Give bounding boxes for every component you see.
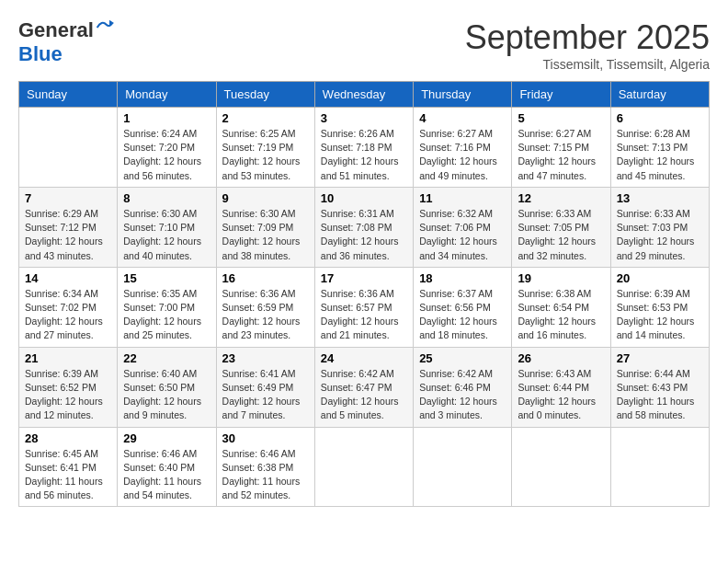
day-info: Sunrise: 6:31 AMSunset: 7:08 PMDaylight:… [321, 207, 407, 263]
calendar-cell: 20Sunrise: 6:39 AMSunset: 6:53 PMDayligh… [610, 267, 709, 347]
day-info: Sunrise: 6:32 AMSunset: 7:06 PMDaylight:… [419, 207, 506, 263]
day-info: Sunrise: 6:34 AMSunset: 7:02 PMDaylight:… [25, 287, 111, 343]
day-info: Sunrise: 6:29 AMSunset: 7:12 PMDaylight:… [25, 207, 111, 263]
calendar-header: SundayMondayTuesdayWednesdayThursdayFrid… [19, 82, 710, 108]
logo-blue-text: Blue [18, 42, 63, 66]
day-number: 4 [419, 111, 506, 125]
calendar-cell: 9Sunrise: 6:30 AMSunset: 7:09 PMDaylight… [216, 187, 314, 267]
calendar-cell: 8Sunrise: 6:30 AMSunset: 7:10 PMDaylight… [118, 187, 216, 267]
calendar-cell: 25Sunrise: 6:42 AMSunset: 6:46 PMDayligh… [414, 347, 512, 427]
calendar-table: SundayMondayTuesdayWednesdayThursdayFrid… [18, 81, 710, 507]
calendar-cell: 7Sunrise: 6:29 AMSunset: 7:12 PMDaylight… [19, 187, 118, 267]
calendar-cell [512, 427, 610, 507]
day-header-tuesday: Tuesday [216, 82, 314, 108]
calendar-cell: 4Sunrise: 6:27 AMSunset: 7:16 PMDaylight… [414, 108, 512, 188]
calendar-cell: 11Sunrise: 6:32 AMSunset: 7:06 PMDayligh… [414, 187, 512, 267]
day-info: Sunrise: 6:27 AMSunset: 7:16 PMDaylight:… [419, 127, 506, 183]
day-number: 5 [518, 111, 604, 125]
day-info: Sunrise: 6:24 AMSunset: 7:20 PMDaylight:… [123, 127, 210, 183]
day-number: 19 [518, 271, 604, 285]
calendar-cell: 19Sunrise: 6:38 AMSunset: 6:54 PMDayligh… [512, 267, 610, 347]
day-info: Sunrise: 6:36 AMSunset: 6:59 PMDaylight:… [222, 287, 309, 343]
week-row-2: 7Sunrise: 6:29 AMSunset: 7:12 PMDaylight… [19, 187, 710, 267]
day-number: 17 [321, 271, 407, 285]
day-info: Sunrise: 6:38 AMSunset: 6:54 PMDaylight:… [518, 287, 604, 343]
day-number: 7 [25, 191, 111, 205]
day-number: 22 [123, 351, 210, 365]
calendar-cell: 17Sunrise: 6:36 AMSunset: 6:57 PMDayligh… [314, 267, 413, 347]
day-info: Sunrise: 6:45 AMSunset: 6:41 PMDaylight:… [25, 447, 111, 503]
day-number: 28 [25, 431, 111, 445]
calendar-cell: 3Sunrise: 6:26 AMSunset: 7:18 PMDaylight… [314, 108, 413, 188]
calendar-cell: 10Sunrise: 6:31 AMSunset: 7:08 PMDayligh… [314, 187, 413, 267]
calendar-cell: 15Sunrise: 6:35 AMSunset: 7:00 PMDayligh… [118, 267, 216, 347]
day-number: 24 [321, 351, 407, 365]
week-row-1: 1Sunrise: 6:24 AMSunset: 7:20 PMDaylight… [19, 108, 710, 188]
day-info: Sunrise: 6:30 AMSunset: 7:09 PMDaylight:… [222, 207, 309, 263]
day-number: 20 [617, 271, 703, 285]
day-header-sunday: Sunday [19, 82, 118, 108]
day-number: 11 [419, 191, 506, 205]
calendar-cell: 21Sunrise: 6:39 AMSunset: 6:52 PMDayligh… [19, 347, 118, 427]
day-info: Sunrise: 6:35 AMSunset: 7:00 PMDaylight:… [123, 287, 210, 343]
day-number: 25 [419, 351, 506, 365]
day-info: Sunrise: 6:39 AMSunset: 6:52 PMDaylight:… [25, 367, 111, 423]
day-number: 30 [222, 431, 309, 445]
calendar-cell: 16Sunrise: 6:36 AMSunset: 6:59 PMDayligh… [216, 267, 314, 347]
day-number: 16 [222, 271, 309, 285]
day-number: 13 [617, 191, 703, 205]
calendar-cell: 6Sunrise: 6:28 AMSunset: 7:13 PMDaylight… [610, 108, 709, 188]
day-info: Sunrise: 6:36 AMSunset: 6:57 PMDaylight:… [321, 287, 407, 343]
day-number: 15 [123, 271, 210, 285]
day-info: Sunrise: 6:41 AMSunset: 6:49 PMDaylight:… [222, 367, 309, 423]
day-number: 23 [222, 351, 309, 365]
day-info: Sunrise: 6:46 AMSunset: 6:40 PMDaylight:… [123, 447, 210, 503]
calendar-cell: 13Sunrise: 6:33 AMSunset: 7:03 PMDayligh… [610, 187, 709, 267]
day-info: Sunrise: 6:25 AMSunset: 7:19 PMDaylight:… [222, 127, 309, 183]
calendar-cell: 18Sunrise: 6:37 AMSunset: 6:56 PMDayligh… [414, 267, 512, 347]
day-number: 9 [222, 191, 309, 205]
day-info: Sunrise: 6:27 AMSunset: 7:15 PMDaylight:… [518, 127, 604, 183]
day-number: 2 [222, 111, 309, 125]
day-number: 3 [321, 111, 407, 125]
day-number: 26 [518, 351, 604, 365]
calendar-cell: 5Sunrise: 6:27 AMSunset: 7:15 PMDaylight… [512, 108, 610, 188]
calendar-cell [610, 427, 709, 507]
day-header-thursday: Thursday [414, 82, 512, 108]
day-info: Sunrise: 6:26 AMSunset: 7:18 PMDaylight:… [321, 127, 407, 183]
calendar-cell: 1Sunrise: 6:24 AMSunset: 7:20 PMDaylight… [118, 108, 216, 188]
day-info: Sunrise: 6:42 AMSunset: 6:46 PMDaylight:… [419, 367, 506, 423]
week-row-3: 14Sunrise: 6:34 AMSunset: 7:02 PMDayligh… [19, 267, 710, 347]
day-number: 6 [617, 111, 703, 125]
day-number: 18 [419, 271, 506, 285]
day-info: Sunrise: 6:43 AMSunset: 6:44 PMDaylight:… [518, 367, 604, 423]
header: General Blue September 2025 Tissemsilt, … [18, 18, 710, 72]
day-number: 12 [518, 191, 604, 205]
calendar-cell: 12Sunrise: 6:33 AMSunset: 7:05 PMDayligh… [512, 187, 610, 267]
day-info: Sunrise: 6:33 AMSunset: 7:05 PMDaylight:… [518, 207, 604, 263]
day-info: Sunrise: 6:42 AMSunset: 6:47 PMDaylight:… [321, 367, 407, 423]
title-area: September 2025 Tissemsilt, Tissemsilt, A… [465, 18, 710, 72]
calendar-cell: 28Sunrise: 6:45 AMSunset: 6:41 PMDayligh… [19, 427, 118, 507]
calendar-cell: 26Sunrise: 6:43 AMSunset: 6:44 PMDayligh… [512, 347, 610, 427]
logo-icon [96, 18, 114, 37]
day-info: Sunrise: 6:39 AMSunset: 6:53 PMDaylight:… [617, 287, 703, 343]
day-info: Sunrise: 6:40 AMSunset: 6:50 PMDaylight:… [123, 367, 210, 423]
day-number: 14 [25, 271, 111, 285]
calendar-cell: 23Sunrise: 6:41 AMSunset: 6:49 PMDayligh… [216, 347, 314, 427]
day-number: 21 [25, 351, 111, 365]
day-header-saturday: Saturday [610, 82, 709, 108]
calendar-cell [19, 108, 118, 188]
day-header-friday: Friday [512, 82, 610, 108]
day-info: Sunrise: 6:46 AMSunset: 6:38 PMDaylight:… [222, 447, 309, 503]
calendar-cell: 14Sunrise: 6:34 AMSunset: 7:02 PMDayligh… [19, 267, 118, 347]
day-number: 1 [123, 111, 210, 125]
calendar-body: 1Sunrise: 6:24 AMSunset: 7:20 PMDaylight… [19, 108, 710, 507]
day-header-monday: Monday [118, 82, 216, 108]
header-row: SundayMondayTuesdayWednesdayThursdayFrid… [19, 82, 710, 108]
month-title: September 2025 [465, 18, 710, 57]
calendar-cell: 22Sunrise: 6:40 AMSunset: 6:50 PMDayligh… [118, 347, 216, 427]
day-number: 8 [123, 191, 210, 205]
calendar-cell: 30Sunrise: 6:46 AMSunset: 6:38 PMDayligh… [216, 427, 314, 507]
day-number: 10 [321, 191, 407, 205]
